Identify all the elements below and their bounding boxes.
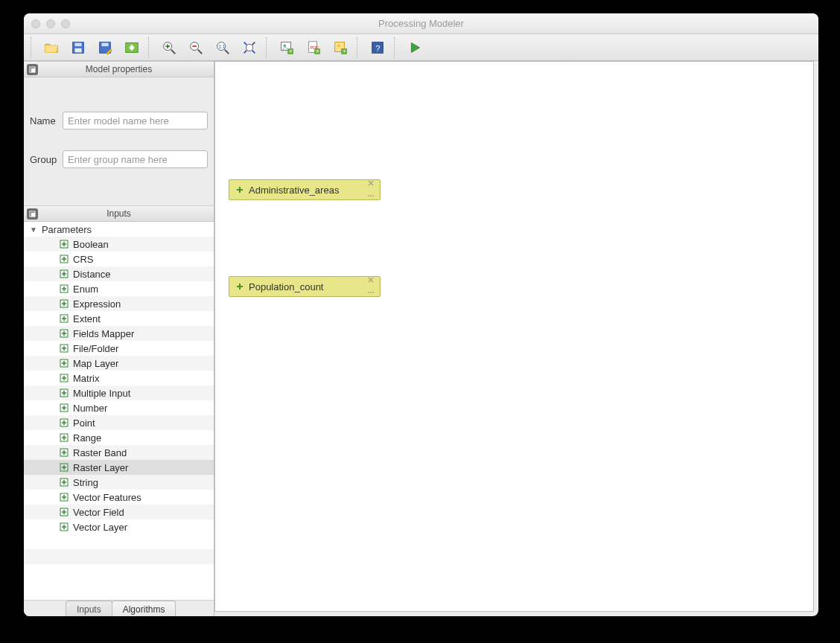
model-properties-header: Model properties [24,61,214,77]
parameter-item[interactable]: Point [24,415,214,430]
svg-line-10 [198,49,203,54]
parameter-item[interactable]: Raster Band [24,445,214,460]
parameter-item[interactable]: Enum [24,281,214,296]
node-more-icon[interactable] [367,287,375,298]
parameters-tree[interactable]: ▼ParametersBooleanCRSDistanceEnumExpress… [24,222,214,600]
parameter-item[interactable]: Expression [24,296,214,311]
help-button[interactable]: ? [365,36,390,59]
svg-text:+: + [316,48,319,54]
node-more-icon[interactable] [367,191,375,202]
export-pdf-button[interactable]: PDF+ [301,36,326,59]
plus-icon [60,284,69,293]
parameter-item-label: Vector Features [73,492,141,503]
export-image-icon: + [279,39,295,56]
svg-point-57 [368,292,369,293]
toolbar-separator [266,37,270,58]
svg-rect-4 [101,42,108,46]
parameter-item-label: Distance [73,269,111,280]
model-group-input[interactable] [63,150,208,168]
undock-icon[interactable] [27,208,38,220]
export-python-icon: *+ [332,39,349,56]
parameter-item-label: String [73,477,98,488]
parameter-item-label: Expression [73,298,121,310]
parameters-group[interactable]: ▼Parameters [24,222,214,237]
node-label: Population_count [247,281,364,292]
parameter-item-label: Vector Layer [73,522,127,533]
play-icon [407,39,423,56]
plus-icon [60,478,69,487]
parameter-item-label: Multiple Input [73,388,130,399]
zoom-in-button[interactable] [156,36,182,59]
parameter-item[interactable]: Distance [24,266,214,281]
parameter-item-label: Range [73,432,101,444]
floppy-pencil-icon [97,39,113,56]
group-label: Group [30,154,63,165]
left-dock: Model properties Name Group Inputs [24,61,214,616]
export-python-button[interactable]: *+ [328,36,353,59]
parameter-item[interactable]: Boolean [24,237,214,252]
toolbar-separator [31,37,35,58]
parameter-item[interactable]: File/Folder [24,341,214,356]
parameter-item-label: CRS [73,254,93,265]
tab-inputs[interactable]: Inputs [66,601,112,616]
run-button[interactable] [402,36,427,59]
save-button[interactable] [66,36,91,59]
plus-icon [60,359,69,368]
zoom-full-button[interactable] [237,36,262,59]
zoom-out-button[interactable] [183,36,209,59]
model-input-node[interactable]: Population_count [229,276,381,297]
parameter-item[interactable]: Vector Field [24,505,214,519]
svg-point-55 [370,195,372,196]
zoom-actual-button[interactable]: 1:1 [210,36,235,59]
export-pdf-icon: PDF+ [305,39,322,56]
undock-icon[interactable] [27,64,38,75]
parameter-item[interactable]: Fields Mapper [24,326,214,341]
svg-line-12 [225,49,229,54]
parameter-item[interactable]: String [24,475,214,490]
parameter-item-label: Number [73,403,107,414]
open-button[interactable] [39,36,64,59]
zoom-1-1-icon: 1:1 [214,39,231,56]
folder-open-icon [43,39,60,56]
tab-algorithms[interactable]: Algorithms [112,601,176,616]
node-delete-icon[interactable] [367,178,375,189]
floppy-icon [70,39,86,56]
plus-icon [60,388,69,397]
model-canvas[interactable]: Administrative_areasPopulation_count [214,61,814,612]
plus-icon [232,282,247,291]
name-label: Name [30,115,63,127]
export-image-button[interactable]: + [274,36,299,59]
svg-point-59 [372,292,374,293]
plus-icon [60,269,69,278]
parameter-item[interactable]: Range [24,430,214,445]
inputs-panel-title: Inputs [106,208,131,219]
parameter-item[interactable]: Number [24,400,214,415]
parameter-item[interactable]: Multiple Input [24,386,214,400]
svg-point-58 [370,292,372,293]
parameter-item-label: Matrix [73,373,99,384]
save-as-button[interactable] [92,36,118,59]
plus-icon [60,299,69,308]
model-properties-title: Model properties [86,64,152,74]
model-name-input[interactable] [63,112,208,129]
plus-icon [60,403,69,412]
parameter-item[interactable]: Vector Features [24,490,214,505]
save-in-project-button[interactable] [119,36,144,59]
parameter-item[interactable]: Extent [24,311,214,326]
svg-text:+: + [343,48,346,54]
parameter-item[interactable]: CRS [24,252,214,266]
plus-icon [60,463,69,472]
node-delete-icon[interactable] [367,275,375,286]
parameter-item[interactable]: Map Layer [24,356,214,371]
svg-rect-1 [74,42,81,46]
toolbar: 1:1 + PDF+ *+ ? [24,34,818,61]
plus-icon [60,255,69,263]
plus-icon [60,329,69,338]
parameter-item[interactable]: Raster Layer [24,460,214,475]
parameter-item-label: Map Layer [73,358,118,369]
project-save-icon [124,39,140,56]
parameter-item-label: Raster Band [73,447,127,458]
parameter-item[interactable]: Vector Layer [24,519,214,534]
parameter-item[interactable]: Matrix [24,371,214,386]
model-input-node[interactable]: Administrative_areas [229,179,381,200]
